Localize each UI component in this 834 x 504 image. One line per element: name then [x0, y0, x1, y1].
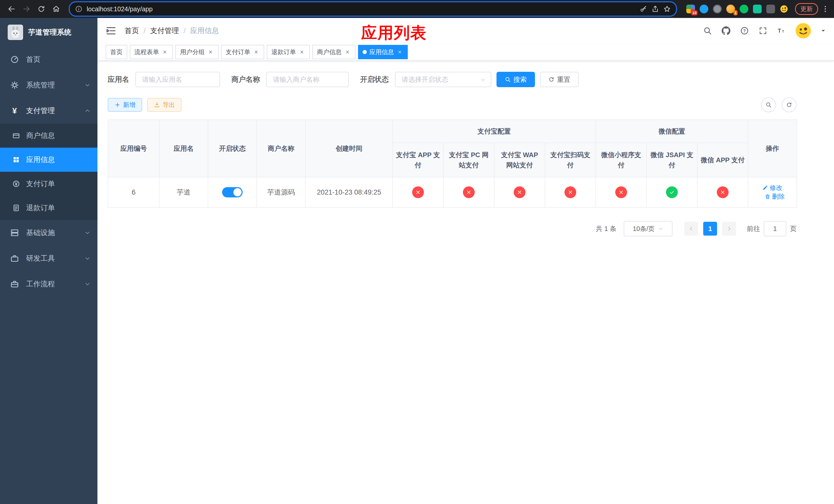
close-icon[interactable]: [396, 49, 403, 55]
breadcrumb-home[interactable]: 首页: [125, 26, 139, 36]
merchant-name-input[interactable]: [266, 72, 349, 87]
tab-refund-order[interactable]: 退款订单: [267, 45, 310, 59]
extension-icon[interactable]: [713, 5, 722, 13]
reload-icon[interactable]: [34, 2, 49, 17]
app-name-input[interactable]: [135, 72, 220, 87]
next-page-button[interactable]: [722, 222, 736, 235]
refresh-button[interactable]: [782, 97, 796, 112]
extension-badge: 10: [691, 10, 698, 15]
sidebar-item-payment[interactable]: ¥ 支付管理: [0, 98, 97, 123]
extension-icon[interactable]: [780, 5, 788, 13]
export-button[interactable]: 导出: [147, 98, 181, 112]
alipay-app-disabled-icon: [412, 186, 424, 198]
page-size-select[interactable]: 10条/页: [624, 221, 673, 236]
table-row: 6 芋道 芋道源码 2021-10-23 08:49:25: [108, 177, 797, 207]
status-toggle[interactable]: [222, 187, 243, 198]
delete-link[interactable]: 删除: [765, 192, 785, 201]
close-icon[interactable]: [207, 49, 214, 55]
extension-icon[interactable]: [700, 5, 708, 13]
sidebar-item-merchant-info[interactable]: 商户信息: [0, 123, 97, 148]
url-text[interactable]: localhost:1024/pay/app: [87, 5, 636, 13]
status-label: 开启状态: [360, 75, 389, 84]
navbar-actions: ? TT: [703, 23, 826, 39]
back-icon[interactable]: [4, 2, 19, 17]
tab-pay-order[interactable]: 支付订单: [221, 45, 264, 59]
caret-down-icon[interactable]: [821, 28, 826, 33]
fullscreen-icon[interactable]: [759, 26, 767, 35]
tab-home[interactable]: 首页: [106, 45, 127, 59]
sidebar-item-refund-order[interactable]: 退款订单: [0, 196, 97, 220]
page-title-annotation: 应用列表: [361, 22, 427, 44]
alipay-pc-disabled-icon: [463, 186, 475, 198]
password-key-icon[interactable]: [640, 5, 647, 13]
breadcrumb: 首页 / 支付管理 / 应用信息: [125, 26, 219, 36]
sidebar-item-pay-order[interactable]: 支付订单: [0, 172, 97, 196]
col-group-alipay: 支付宝配置: [393, 120, 596, 143]
site-info-icon[interactable]: [75, 5, 83, 13]
browser-menu-icon[interactable]: [821, 5, 830, 13]
search-form: 应用名 商户名称 开启状态 请选择开启状态 搜索 重置: [108, 72, 796, 87]
forward-icon[interactable]: [19, 2, 34, 17]
prev-page-button[interactable]: [684, 222, 698, 235]
sidebar-item-devtools[interactable]: 研发工具: [0, 246, 97, 271]
status-select[interactable]: 请选择开启状态: [395, 72, 491, 87]
cell-app-id: 6: [108, 177, 159, 207]
col-merchant: 商户名称: [257, 120, 305, 177]
sidebar-item-infra[interactable]: 基础设施: [0, 220, 97, 246]
current-page-button[interactable]: 1: [703, 222, 717, 235]
app-title: 芋道管理系统: [28, 27, 71, 37]
toggle-search-button[interactable]: [761, 97, 776, 112]
alipay-qr-disabled-icon: [565, 186, 576, 198]
sidebar-item-workflow[interactable]: 工作流程: [0, 271, 97, 297]
sidebar-item-home[interactable]: 首页: [0, 47, 97, 72]
col-status: 开启状态: [208, 120, 257, 177]
sidebar-item-app-info[interactable]: 应用信息: [0, 148, 97, 172]
tab-merchant-info[interactable]: 商户信息: [312, 45, 355, 59]
app-logo[interactable]: 芋道管理系统: [0, 18, 97, 47]
cell-merchant: 芋道源码: [257, 177, 305, 207]
help-icon[interactable]: ?: [740, 26, 749, 35]
extension-icon[interactable]: [766, 5, 775, 13]
wx-app-disabled-icon: [717, 186, 729, 198]
search-icon[interactable]: [703, 26, 712, 35]
extension-icon[interactable]: [740, 5, 748, 13]
share-icon[interactable]: [652, 5, 659, 13]
extension-icon[interactable]: [753, 5, 762, 13]
pagination: 共 1 条 10条/页 1 前往 页: [108, 221, 796, 236]
user-avatar[interactable]: [795, 23, 811, 39]
close-icon[interactable]: [344, 49, 351, 55]
address-bar[interactable]: localhost:1024/pay/app: [69, 1, 677, 17]
github-icon[interactable]: [722, 26, 730, 35]
close-icon[interactable]: [253, 49, 260, 55]
font-size-icon[interactable]: TT: [777, 26, 786, 35]
browser-update-button[interactable]: 更新: [795, 3, 818, 15]
app-name-label: 应用名: [108, 75, 129, 84]
sidebar-item-system[interactable]: 系统管理: [0, 72, 97, 98]
close-icon[interactable]: [299, 49, 305, 55]
col-alipay-pc: 支付宝 PC 网站支付: [443, 143, 494, 177]
logo-avatar: [8, 25, 23, 40]
collapse-menu-icon[interactable]: [106, 25, 116, 36]
tab-user-group[interactable]: 用户分组: [175, 45, 219, 59]
edit-link[interactable]: 修改: [763, 184, 783, 192]
home-icon[interactable]: [49, 2, 64, 17]
cell-created: 2021-10-23 08:49:25: [305, 177, 393, 207]
col-wx-app: 微信 APP 支付: [697, 143, 748, 177]
col-alipay-wap: 支付宝 WAP 网站支付: [494, 143, 545, 177]
breadcrumb-payment[interactable]: 支付管理: [150, 26, 179, 36]
tab-process-form[interactable]: 流程表单: [130, 45, 173, 59]
extension-badge: 1: [733, 10, 738, 15]
breadcrumb-current: 应用信息: [190, 26, 219, 36]
search-button[interactable]: 搜索: [497, 72, 535, 87]
close-icon[interactable]: [161, 49, 168, 55]
goto-page-input[interactable]: [764, 221, 786, 236]
tab-app-info[interactable]: 应用信息: [358, 45, 408, 59]
extension-icon[interactable]: 1: [726, 5, 735, 13]
bookmark-star-icon[interactable]: [663, 5, 671, 13]
add-button[interactable]: 新增: [108, 98, 142, 112]
chevron-down-icon: [481, 77, 486, 82]
yen-icon: ¥: [10, 107, 19, 115]
reset-button[interactable]: 重置: [540, 72, 578, 87]
extensions-row: 10 1: [686, 5, 788, 13]
extension-icon[interactable]: 10: [686, 5, 695, 13]
